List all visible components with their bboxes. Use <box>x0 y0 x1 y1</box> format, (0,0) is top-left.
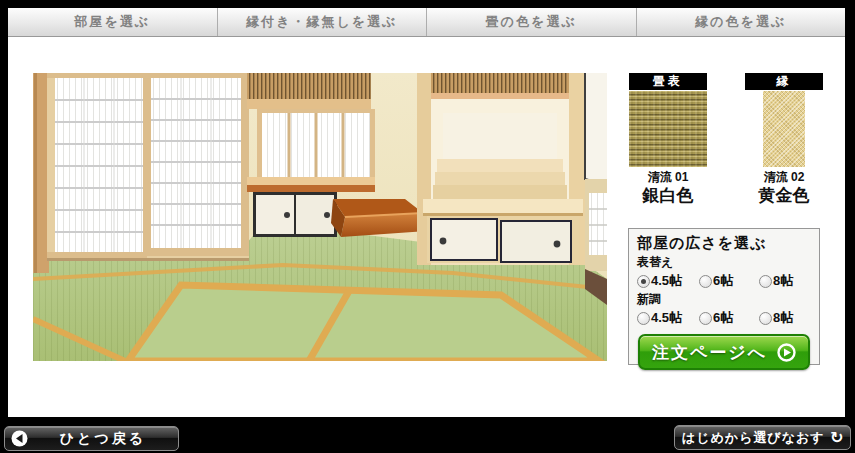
play-icon <box>777 343 796 362</box>
tatami-surface-color-name: 銀白色 <box>629 186 707 205</box>
alcove-cabinet <box>427 216 579 263</box>
border-color-name: 黄金色 <box>745 186 823 205</box>
step-tabbar: 部屋を選ぶ 縁付き・縁無しを選ぶ 畳の色を選ぶ 縁の色を選ぶ <box>8 8 845 37</box>
tab-choose-tatami-color[interactable]: 畳の色を選ぶ <box>427 8 637 36</box>
border-series: 清流 02 <box>745 169 823 186</box>
border-swatch-texture[interactable] <box>763 91 805 167</box>
tab-choose-edge-type[interactable]: 縁付き・縁無しを選ぶ <box>218 8 428 36</box>
radio-resurface-6-icon[interactable] <box>699 275 712 288</box>
radio-option[interactable]: 4.5帖 <box>637 309 699 327</box>
radio-resurface-8-icon[interactable] <box>759 275 772 288</box>
radio-label: 4.5帖 <box>651 272 682 290</box>
group-label-new: 新調 <box>637 291 811 308</box>
border-swatch: 縁 清流 02 黄金色 <box>745 73 823 205</box>
back-button-label: ひとつ戻る <box>28 430 178 448</box>
radio-label: 8帖 <box>773 272 793 290</box>
restart-selection-button[interactable]: はじめから選びなおす ↺ <box>674 425 851 450</box>
room-size-title: 部屋の広さを選ぶ <box>637 234 811 253</box>
radio-new-8-icon[interactable] <box>759 312 772 325</box>
radio-option[interactable]: 4.5帖 <box>637 272 699 290</box>
right-wall-panel <box>585 73 607 305</box>
tab-choose-room[interactable]: 部屋を選ぶ <box>8 8 218 36</box>
border-swatch-header: 縁 <box>745 73 823 90</box>
radio-option[interactable]: 8帖 <box>759 309 793 327</box>
middle-cabinet <box>253 192 337 237</box>
radio-option[interactable]: 6帖 <box>699 309 759 327</box>
tatami-surface-swatch-header: 畳表 <box>629 73 707 90</box>
undo-arrow-icon: ↺ <box>829 430 843 446</box>
radio-new-4-5-icon[interactable] <box>637 312 650 325</box>
room-size-box: 部屋の広さを選ぶ 表替え 4.5帖 6帖 8帖 新調 4.5帖 <box>628 228 820 365</box>
radio-new-6-icon[interactable] <box>699 312 712 325</box>
order-page-button[interactable]: 注文ページへ <box>638 334 810 370</box>
resurface-options: 4.5帖 6帖 8帖 <box>637 272 811 290</box>
order-page-button-label: 注文ページへ <box>652 341 767 364</box>
tatami-surface-series: 清流 01 <box>629 169 707 186</box>
group-label-resurface: 表替え <box>637 254 811 271</box>
back-arrow-icon <box>11 430 28 447</box>
radio-option[interactable]: 6帖 <box>699 272 759 290</box>
restart-button-label: はじめから選びなおす <box>682 429 825 447</box>
radio-label: 6帖 <box>713 309 733 327</box>
room-preview-photo <box>33 73 607 361</box>
alcove-unit <box>417 73 587 265</box>
radio-option[interactable]: 8帖 <box>759 272 793 290</box>
back-button[interactable]: ひとつ戻る <box>4 426 179 451</box>
radio-label: 6帖 <box>713 272 733 290</box>
tab-choose-border-color[interactable]: 縁の色を選ぶ <box>637 8 846 36</box>
shoji-doors-left <box>33 73 249 273</box>
footer-bar: ひとつ戻る はじめから選びなおす ↺ <box>0 417 855 453</box>
tatami-surface-swatch: 畳表 清流 01 銀白色 <box>629 73 707 205</box>
radio-label: 4.5帖 <box>651 309 682 327</box>
tatami-surface-swatch-texture[interactable] <box>629 91 707 167</box>
tatami-simulator-page: 部屋を選ぶ 縁付き・縁無しを選ぶ 畳の色を選ぶ 縁の色を選ぶ <box>0 0 855 453</box>
radio-resurface-4-5-icon[interactable] <box>637 275 650 288</box>
new-options: 4.5帖 6帖 8帖 <box>637 309 811 327</box>
radio-label: 8帖 <box>773 309 793 327</box>
